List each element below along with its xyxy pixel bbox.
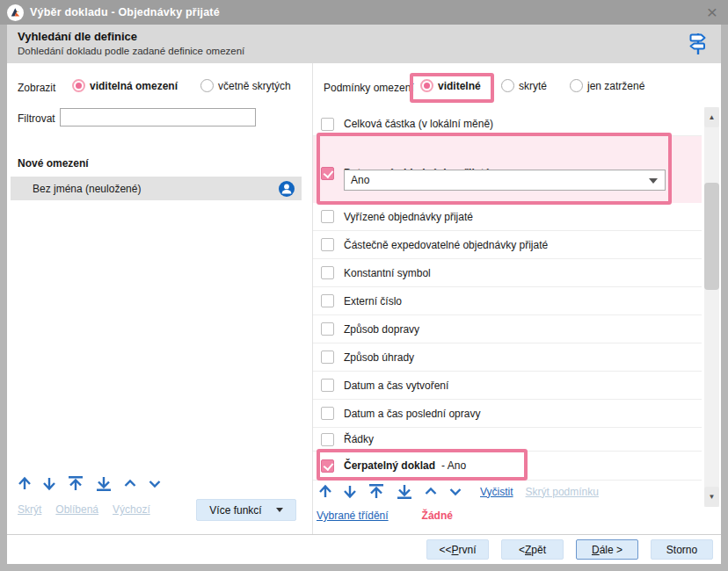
move-to-bottom-icon[interactable]: [394, 482, 415, 501]
radio-selected-icon: [72, 79, 85, 92]
chevron-down-icon: [276, 508, 283, 512]
radio-selected-icon: [420, 79, 433, 92]
condition-value-text: - Ano: [441, 459, 466, 472]
condition-row[interactable]: Datum a čas vytvoření: [313, 372, 702, 400]
signpost-icon: [686, 31, 709, 57]
move-to-top-icon[interactable]: [366, 482, 387, 501]
collapse-up-icon[interactable]: [422, 482, 440, 501]
checkbox-unchecked[interactable]: [321, 238, 334, 251]
condition-row[interactable]: Způsob úhrady: [313, 343, 702, 372]
sorting-value: Žádné: [422, 510, 453, 522]
radio-visible-restrictions[interactable]: viditelná omezení: [72, 79, 178, 92]
radio-conditions-visible[interactable]: viditelné: [420, 79, 481, 92]
move-to-top-icon[interactable]: [65, 474, 86, 493]
clear-link[interactable]: Vyčistit: [480, 486, 513, 498]
conditions-label: Podmínky omezení: [324, 82, 414, 94]
radio-unselected-icon: [501, 79, 514, 92]
new-restriction-heading: Nové omezení: [18, 157, 89, 170]
radio-conditions-checked-only[interactable]: jen zatržené: [570, 79, 644, 92]
checkbox-unchecked[interactable]: [321, 294, 334, 307]
checkbox-unchecked[interactable]: [321, 210, 334, 223]
close-icon[interactable]: ×: [705, 4, 719, 21]
radio-unselected-icon: [570, 79, 583, 92]
show-label: Zobrazit: [18, 82, 55, 94]
checkbox-unchecked[interactable]: [321, 118, 334, 131]
collapse-up-icon[interactable]: [121, 474, 139, 493]
checkbox-checked[interactable]: [321, 167, 334, 180]
checkbox-unchecked[interactable]: [321, 407, 334, 420]
selected-sorting-link[interactable]: Vybrané třídění: [317, 510, 389, 522]
condition-row[interactable]: Vyřízené objednávky přijaté: [313, 203, 702, 231]
expand-down-icon[interactable]: [447, 482, 464, 501]
checkbox-unchecked[interactable]: [321, 433, 334, 446]
condition-value-dropdown[interactable]: Ano: [344, 170, 666, 191]
radio-unselected-icon: [200, 79, 214, 92]
abra-logo-icon: [7, 4, 24, 21]
next-button[interactable]: Dále >: [576, 539, 638, 560]
conditions-list: Celková částka (v lokální měně) Potvrzen…: [313, 112, 702, 481]
checkbox-checked[interactable]: [321, 459, 334, 473]
move-down-icon[interactable]: [40, 474, 58, 493]
checkbox-unchecked[interactable]: [321, 266, 334, 279]
scroll-up-icon[interactable]: ▲: [704, 107, 719, 127]
conditions-toolbar: Vyčistit Skrýt podmínku: [317, 482, 599, 501]
user-circle-icon: [279, 181, 295, 197]
condition-row[interactable]: Externí číslo: [313, 287, 702, 315]
radio-conditions-hidden[interactable]: skryté: [501, 79, 547, 92]
condition-row[interactable]: Konstantní symbol: [313, 259, 702, 287]
filter-label: Filtrovat: [18, 112, 55, 125]
conditions-panel: Podmínky omezení viditelné skryté jen za…: [313, 63, 721, 534]
scrollbar-thumb[interactable]: [704, 183, 719, 290]
move-up-icon[interactable]: [317, 482, 334, 501]
condition-row-drawable-document[interactable]: Čerpatelný doklad - Ano: [313, 452, 702, 481]
hide-link[interactable]: Skrýt: [18, 503, 41, 516]
move-to-bottom-icon[interactable]: [93, 474, 114, 493]
wizard-header: Vyhledání dle definice Dohledání dokladu…: [7, 25, 721, 63]
reorder-toolbar: [16, 474, 164, 493]
scroll-down-icon[interactable]: ▼: [704, 487, 719, 507]
wizard-footer: << První < Zpět Dále > Storno: [7, 534, 721, 564]
radio-including-hidden[interactable]: včetně skrytých: [200, 79, 291, 92]
move-down-icon[interactable]: [341, 482, 359, 501]
condition-row[interactable]: Řádky: [313, 428, 702, 452]
sorting-row: Vybrané třídění Žádné: [317, 510, 453, 522]
back-button[interactable]: < Zpět: [501, 539, 564, 560]
page-title: Vyhledání dle definice: [18, 30, 710, 43]
move-up-icon[interactable]: [16, 474, 33, 493]
condition-row[interactable]: Způsob dopravy: [313, 315, 702, 343]
favorites-link[interactable]: Oblíbená: [55, 503, 98, 516]
condition-row[interactable]: Celková částka (v lokální měně): [313, 112, 702, 136]
default-link[interactable]: Výchozí: [113, 503, 150, 516]
restriction-name: Bez jména (neuložené): [33, 183, 279, 195]
condition-row[interactable]: Datum a čas poslední opravy: [313, 400, 702, 428]
page-subtitle: Dohledání dokladu podle zadané definice …: [18, 46, 710, 56]
window-title: Výběr dokladu - Objednávky přijaté: [30, 6, 220, 18]
title-bar: Výběr dokladu - Objednávky přijaté ×: [0, 0, 728, 25]
hide-condition-link[interactable]: Skrýt podmínku: [526, 486, 599, 498]
definitions-panel: Zobrazit viditelná omezení včetně skrytý…: [7, 63, 313, 534]
filter-input[interactable]: [60, 108, 256, 126]
expand-down-icon[interactable]: [146, 474, 164, 493]
left-links-row: Skrýt Oblíbená Výchozí: [18, 503, 150, 516]
conditions-header: Podmínky omezení viditelné skryté jen za…: [313, 63, 721, 112]
vertical-scrollbar[interactable]: ▲ ▼: [704, 107, 719, 507]
condition-row[interactable]: Částečně expedovatelné objednávky přijat…: [313, 231, 702, 259]
cancel-button[interactable]: Storno: [651, 539, 713, 560]
checkbox-unchecked[interactable]: [321, 351, 334, 364]
checkbox-unchecked[interactable]: [321, 322, 334, 336]
dialog-window: Výběr dokladu - Objednávky přijaté × Vyh…: [0, 0, 728, 571]
condition-row-confirmed-orders[interactable]: Potvrzené objednávky přijaté Ano: [313, 136, 702, 203]
checkbox-unchecked[interactable]: [321, 379, 334, 392]
restriction-list-item[interactable]: Bez jména (neuložené): [11, 177, 302, 200]
dropdown-arrow-icon: [649, 178, 658, 184]
first-button[interactable]: << První: [426, 539, 489, 560]
more-functions-button[interactable]: Více funkcí: [196, 499, 296, 521]
